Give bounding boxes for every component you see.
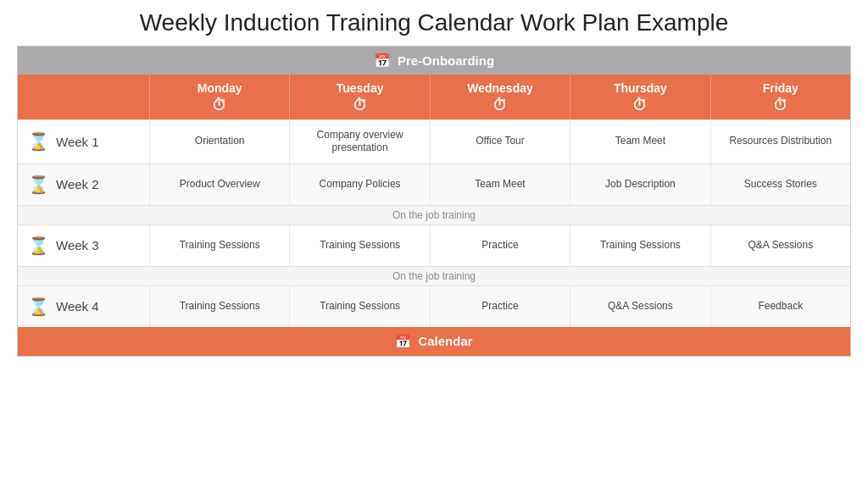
data-cell: Resources Distribution bbox=[710, 120, 850, 164]
calendar-icon: 📅 bbox=[374, 53, 391, 69]
footer-calendar-label: Calendar bbox=[418, 334, 472, 348]
day-wednesday-icon: ⏱ bbox=[434, 97, 566, 114]
hourglass-icon: ⌛ bbox=[28, 175, 49, 195]
data-cell: Team Meet bbox=[430, 164, 570, 205]
preonboarding-label: Pre-Onboarding bbox=[398, 53, 494, 68]
calendar-table: 📅 Pre-Onboarding Monday ⏱ Tuesday ⏱ Wedn… bbox=[17, 46, 851, 357]
day-thursday: Thursday ⏱ bbox=[570, 75, 709, 119]
day-monday-label: Monday bbox=[198, 81, 242, 95]
day-tuesday: Tuesday ⏱ bbox=[289, 75, 429, 119]
day-thursday-icon: ⏱ bbox=[574, 97, 706, 114]
data-cell: Training Sessions bbox=[289, 225, 429, 266]
page-title: Weekly Induction Training Calendar Work … bbox=[140, 8, 729, 37]
footer-calendar-icon: 📅 bbox=[395, 334, 411, 349]
separator-row: On the job training bbox=[18, 266, 850, 286]
table-row: ⌛Week 2Product OverviewCompany PoliciesT… bbox=[18, 164, 850, 205]
week-label-cell: ⌛Week 1 bbox=[18, 120, 149, 164]
day-wednesday: Wednesday ⏱ bbox=[430, 75, 570, 119]
day-tuesday-label: Tuesday bbox=[337, 81, 384, 95]
data-cell: Training Sessions bbox=[149, 286, 289, 327]
days-header-row: Monday ⏱ Tuesday ⏱ Wednesday ⏱ Thursday … bbox=[18, 75, 850, 119]
data-cell: Job Description bbox=[570, 164, 709, 205]
data-cell: Product Overview bbox=[149, 164, 289, 205]
week-label: Week 2 bbox=[56, 177, 99, 191]
data-cell: Team Meet bbox=[570, 120, 709, 164]
footer-bar: 📅 Calendar bbox=[18, 327, 850, 356]
data-cell: Q&A Sessions bbox=[570, 286, 709, 327]
table-row: ⌛Week 4Training SessionsTraining Session… bbox=[18, 286, 850, 327]
week-label-cell: ⌛Week 3 bbox=[18, 225, 149, 266]
day-friday-label: Friday bbox=[763, 81, 798, 95]
data-cell: Company overview presentation bbox=[289, 120, 429, 164]
data-cell: Practice bbox=[430, 286, 570, 327]
day-friday: Friday ⏱ bbox=[710, 75, 850, 119]
data-cell: Orientation bbox=[149, 120, 289, 164]
data-cell: Practice bbox=[430, 225, 570, 266]
day-monday-icon: ⏱ bbox=[153, 97, 286, 114]
table-row: ⌛Week 3Training SessionsTraining Session… bbox=[18, 225, 850, 266]
hourglass-icon: ⌛ bbox=[28, 236, 49, 256]
day-tuesday-icon: ⏱ bbox=[293, 97, 426, 114]
day-wednesday-label: Wednesday bbox=[467, 81, 533, 95]
data-cell: Office Tour bbox=[430, 120, 570, 164]
data-cell: Training Sessions bbox=[149, 225, 289, 266]
day-friday-icon: ⏱ bbox=[715, 97, 847, 114]
week-label: Week 3 bbox=[56, 238, 99, 252]
table-row: ⌛Week 1OrientationCompany overview prese… bbox=[18, 119, 850, 164]
data-cell: Q&A Sessions bbox=[710, 225, 850, 266]
data-cell: Training Sessions bbox=[570, 225, 709, 266]
hourglass-icon: ⌛ bbox=[28, 131, 49, 152]
weeks-container: ⌛Week 1OrientationCompany overview prese… bbox=[18, 119, 850, 327]
day-thursday-label: Thursday bbox=[614, 81, 667, 95]
data-cell: Training Sessions bbox=[289, 286, 429, 327]
data-cell: Company Policies bbox=[289, 164, 429, 205]
week-label-cell: ⌛Week 2 bbox=[18, 164, 149, 205]
data-cell: Feedback bbox=[710, 286, 850, 327]
preonboarding-header: 📅 Pre-Onboarding bbox=[18, 47, 850, 75]
day-monday: Monday ⏱ bbox=[149, 75, 289, 119]
week-label: Week 4 bbox=[56, 299, 99, 313]
header-empty-cell bbox=[18, 75, 149, 119]
hourglass-icon: ⌛ bbox=[28, 297, 49, 317]
week-label: Week 1 bbox=[56, 135, 99, 149]
week-label-cell: ⌛Week 4 bbox=[18, 286, 149, 327]
data-cell: Success Stories bbox=[710, 164, 850, 205]
separator-row: On the job training bbox=[18, 205, 850, 225]
